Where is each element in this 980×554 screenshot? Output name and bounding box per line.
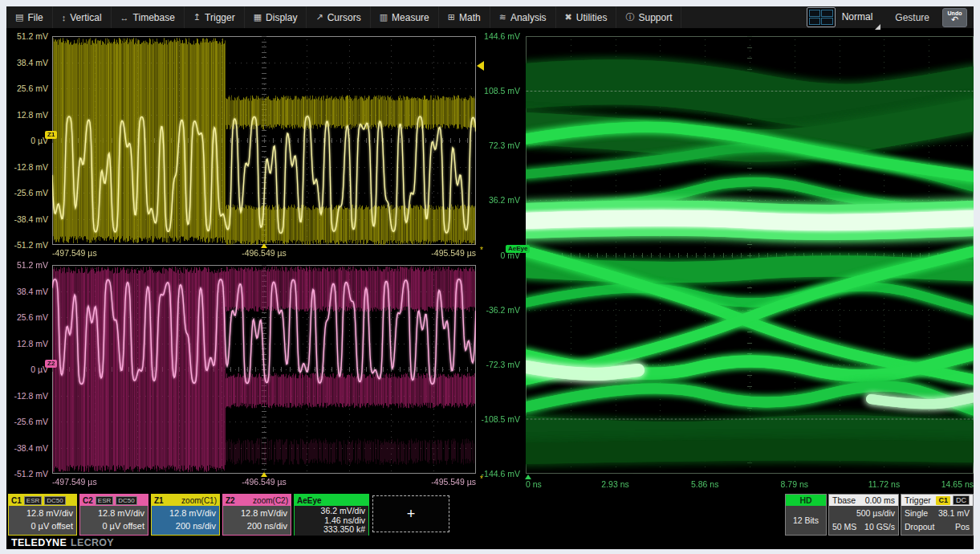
descriptor-title: Z2 (226, 496, 235, 505)
trigger-level-marker[interactable] (477, 61, 484, 71)
descriptor-body: 12.8 mV/div200 ns/div (152, 506, 219, 535)
timebase-samplerate: 10 GS/s (864, 520, 895, 534)
timebase-scale: 500 µs/div (856, 507, 895, 520)
undo-arrow-icon: ↶ (951, 15, 958, 24)
vendor-logo: TELEDYNELECROY (11, 537, 114, 548)
undo-button[interactable]: Undo ↶ (942, 8, 967, 27)
descriptor-header: Z2zoom(C2) (223, 495, 291, 506)
descriptor-line: 12.8 mV/div (155, 507, 216, 519)
display-icon: ▦ (254, 12, 262, 22)
timebase-icon: ↔ (120, 13, 129, 22)
oscilloscope-app: ▤File↕Vertical↔Timebase↥Trigger▦Display↗… (6, 6, 974, 549)
timebase-box[interactable]: Tbase 0.00 ms 500 µs/div 50 MS 10 GS/s (828, 494, 899, 536)
add-trace-button[interactable]: + (372, 495, 449, 532)
timebase-header: Tbase 0.00 ms (829, 495, 898, 506)
hd-badge: HD (786, 495, 826, 506)
z2-waveform-grid[interactable] (52, 265, 476, 474)
eye-voltage-axis: 144.6 mV108.5 mV72.3 mV36.2 mV0 mV-36.2 … (480, 36, 522, 474)
eye-time-axis-label: 2.93 ns (601, 479, 628, 489)
menu-list: ▤File↕Vertical↔Timebase↥Trigger▦Display↗… (6, 6, 681, 28)
math-icon: ⊞ (448, 12, 455, 22)
descriptor-subtitle: zoom(C1) (181, 496, 217, 505)
z2-voltage-axis-label: 12.8 mV (17, 339, 48, 348)
descriptor-line: 0 µV offset (83, 519, 144, 532)
logo-brand: TELEDYNE (11, 537, 67, 548)
menu-item-cursors[interactable]: ↗Cursors (307, 6, 370, 28)
z1-voltage-axis-label: 51.2 mV (17, 31, 48, 41)
trigger-icon: ↥ (193, 12, 201, 22)
trigger-header: Trigger C1 DC (901, 495, 973, 506)
z2-time-axis-label: -495.549 µs (431, 477, 476, 487)
menu-item-timebase[interactable]: ↔Timebase (112, 6, 185, 28)
z1-time-axis-label: -496.549 µs (242, 248, 287, 258)
descriptor-body: 12.8 mV/div200 ns/div (223, 506, 291, 535)
coupling-badge: ESR (24, 496, 42, 505)
z1-voltage-axis-label: 25.6 mV (17, 84, 48, 93)
descriptor-body: 12.8 mV/div0 µV offset (80, 506, 148, 535)
menu-item-label: Trigger (205, 12, 235, 23)
menu-item-file[interactable]: ▤File (6, 6, 53, 28)
menu-item-support[interactable]: ⓘSupport (616, 6, 681, 28)
menu-item-label: Support (638, 12, 672, 23)
z2-time-axis-label: -497.549 µs (52, 477, 97, 487)
eye-time-axis-label: 0 ns (526, 479, 542, 489)
menu-item-utilities[interactable]: ✖Utilities (556, 6, 617, 28)
descriptor-z2[interactable]: Z2zoom(C2)12.8 mV/div200 ns/div (222, 494, 291, 536)
cursors-icon: ↗ (315, 12, 323, 22)
trigger-box[interactable]: Trigger C1 DC Single 38.1 mV Dropout Pos (901, 494, 974, 536)
descriptor-line: 12.8 mV/div (12, 507, 73, 519)
file-icon: ▤ (15, 12, 23, 22)
z2-offset-indicator[interactable]: Z2 (45, 360, 57, 368)
menu-item-measure[interactable]: ▥Measure (371, 6, 439, 28)
timebase-label: Tbase (832, 495, 856, 505)
z2-voltage-axis-label: -12.8 mV (14, 391, 48, 401)
descriptor-line: 36.2 mV/div (298, 507, 365, 516)
gesture-button[interactable]: Gesture (895, 12, 929, 23)
eye-voltage-axis-label: 144.6 mV (484, 31, 520, 41)
z2-voltage-axis-label: -51.2 mV (14, 469, 48, 479)
acquisition-hd-box[interactable]: HD 12 Bits (785, 494, 827, 536)
trigger-coupling-badge: DC (953, 495, 970, 505)
menu-item-label: Math (459, 12, 481, 23)
coupling-badge: DC50 (116, 496, 136, 505)
vertical-icon: ↕ (62, 13, 67, 22)
descriptor-header: AeEye (295, 495, 368, 506)
z1-waveform-grid[interactable] (52, 36, 476, 245)
descriptor-title: Z1 (154, 496, 164, 505)
timebase-body: 500 µs/div 50 MS 10 GS/s (829, 506, 898, 535)
descriptor-line: 12.8 mV/div (83, 507, 144, 519)
menu-item-analysis[interactable]: ≋Analysis (490, 6, 556, 28)
eye-diagram-grid[interactable] (526, 36, 974, 474)
dropdown-corner-icon (875, 24, 880, 30)
menu-item-math[interactable]: ⊞Math (439, 6, 490, 28)
eye-time-axis: 0 ns2.93 ns5.86 ns8.79 ns11.72 ns14.65 n… (526, 478, 974, 489)
utilities-icon: ✖ (565, 12, 572, 22)
descriptor-z1[interactable]: Z1zoom(C1)12.8 mV/div200 ns/div (151, 494, 220, 536)
menu-item-display[interactable]: ▦Display (245, 6, 307, 28)
menu-item-label: Timebase (133, 12, 175, 23)
eye-voltage-axis-label: -72.3 mV (486, 360, 520, 369)
z2-voltage-axis-label: 25.6 mV (17, 312, 48, 322)
descriptor-body: 36.2 mV/div1.46 ns/div333.350 k# (295, 506, 368, 536)
descriptor-header: Z1zoom(C1) (152, 495, 219, 506)
descriptor-c2[interactable]: C2ESRDC5012.8 mV/div0 µV offset (79, 494, 148, 536)
eye-voltage-axis-label: 36.2 mV (489, 195, 520, 205)
coupling-badge: ESR (96, 496, 113, 505)
display-mode-button[interactable]: Normal (805, 6, 883, 30)
logo-sub: LECROY (71, 537, 114, 548)
z2-voltage-axis: 51.2 mV38.4 mV25.6 mV12.8 mV0 µV-12.8 mV… (6, 265, 50, 474)
z1-offset-indicator[interactable]: Z1 (45, 131, 57, 139)
menu-item-vertical[interactable]: ↕Vertical (53, 6, 112, 28)
menu-item-trigger[interactable]: ↥Trigger (185, 6, 245, 28)
eye-offset-indicator[interactable]: AeEye (506, 245, 530, 253)
menu-item-label: Display (266, 12, 297, 23)
descriptor-subtitle: zoom(C2) (253, 496, 288, 505)
descriptor-title: C1 (11, 496, 22, 505)
eye-voltage-axis-label: -108.5 mV (482, 414, 520, 424)
descriptor-aeeye[interactable]: AeEye36.2 mV/div1.46 ns/div333.350 k# (294, 494, 369, 536)
z1-voltage-axis-label: -38.4 mV (14, 214, 48, 224)
grid-layout-icon (807, 7, 836, 27)
analysis-icon: ≋ (499, 12, 506, 22)
descriptor-c1[interactable]: C1ESRDC5012.8 mV/div0 µV offset (8, 494, 77, 536)
z2-time-axis: * -497.549 µs-496.549 µs-495.549 µs (52, 475, 476, 487)
